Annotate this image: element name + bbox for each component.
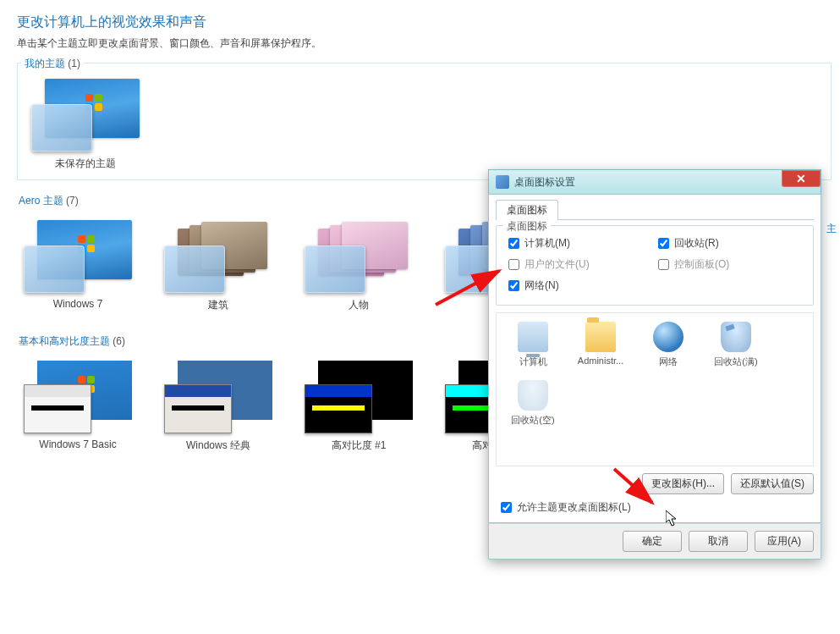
icon-recycle-full-label: 回收站(满) (714, 356, 757, 368)
change-icon-button[interactable]: 更改图标(H)... (642, 473, 724, 494)
icon-computer[interactable]: 计算机 (505, 322, 561, 368)
icon-network-label: 网络 (659, 356, 678, 368)
dialog-body: 桌面图标 桌面图标 计算机(M) 回收站(R) 用户的文件(U) (488, 194, 821, 523)
checkbox-controlpanel-label: 控制面板(O) (674, 257, 729, 272)
dialog-titlebar[interactable]: 桌面图标设置 ✕ (488, 169, 821, 194)
page-title: 更改计算机上的视觉效果和声音 (17, 14, 832, 31)
checkbox-network-label: 网络(N) (524, 278, 559, 293)
ok-button[interactable]: 确定 (623, 531, 682, 552)
theme-windows7-label: Windows 7 (53, 298, 103, 310)
recycle-bin-full-icon (721, 322, 751, 352)
group-my-themes-legend: 我的主题 (1) (21, 57, 84, 71)
theme-architecture-label: 建筑 (208, 298, 228, 312)
theme-architecture[interactable]: 建筑 (159, 220, 277, 312)
icon-action-buttons: 更改图标(H)... 还原默认值(S) (496, 473, 814, 494)
dialog-footer: 确定 取消 应用(A) (488, 523, 821, 560)
allow-themes-label: 允许主题更改桌面图标(L) (517, 500, 631, 515)
theme-unsaved-label: 未保存的主题 (55, 157, 116, 171)
theme-classic-thumb (164, 361, 272, 433)
checkbox-network-input[interactable] (508, 280, 519, 291)
checkbox-computer-label: 计算机(M) (524, 236, 570, 251)
cancel-button[interactable]: 取消 (689, 531, 748, 552)
theme-architecture-thumb (164, 220, 272, 293)
restore-defaults-button[interactable]: 还原默认值(S) (731, 473, 814, 494)
desktop-icons-legend: 桌面图标 (503, 219, 551, 234)
theme-unsaved-thumb (31, 79, 140, 152)
group-basic-count: (6) (113, 335, 125, 347)
theme-windows7[interactable]: Windows 7 (19, 220, 137, 312)
theme-hc1-thumb (305, 361, 413, 433)
checkbox-controlpanel-input[interactable] (658, 259, 669, 270)
checkbox-recycle-label: 回收站(R) (674, 236, 719, 251)
allow-themes-checkbox[interactable]: 允许主题更改桌面图标(L) (497, 499, 814, 515)
icon-preview-grid: 计算机 Administr... 网络 回收站(满) 回收站(空) (496, 312, 814, 466)
theme-classic-label: Windows 经典 (186, 438, 250, 453)
checkbox-computer-input[interactable] (508, 238, 519, 249)
theme-windows7-thumb (24, 220, 132, 293)
dialog-icon (496, 175, 509, 189)
group-basic-label: 基本和高对比度主题 (19, 335, 110, 347)
checkbox-userfiles-label: 用户的文件(U) (524, 257, 590, 272)
theme-hc1[interactable]: 高对比度 #1 (299, 361, 418, 453)
checkbox-computer[interactable]: 计算机(M) (505, 235, 655, 251)
theme-win7-basic-label: Windows 7 Basic (39, 438, 116, 450)
user-folder-icon (585, 322, 616, 352)
icon-admin[interactable]: Administr... (573, 322, 629, 368)
checkbox-controlpanel[interactable]: 控制面板(O) (655, 256, 804, 273)
group-my-themes-count: (1) (68, 58, 80, 69)
recycle-bin-empty-icon (518, 380, 548, 411)
page-subtitle: 单击某个主题立即更改桌面背景、窗口颜色、声音和屏幕保护程序。 (17, 36, 832, 51)
group-my-themes-label: 我的主题 (25, 58, 65, 69)
icon-recycle-full[interactable]: 回收站(满) (708, 322, 764, 368)
checkbox-userfiles-input[interactable] (508, 259, 519, 270)
checkbox-recycle-input[interactable] (658, 238, 669, 249)
theme-win7-basic[interactable]: Windows 7 Basic (19, 361, 137, 453)
computer-icon (518, 322, 548, 352)
theme-unsaved[interactable]: 未保存的主题 (26, 79, 145, 171)
truncated-link[interactable]: 主 (826, 222, 837, 236)
icon-computer-label: 计算机 (519, 356, 547, 368)
theme-classic[interactable]: Windows 经典 (159, 361, 277, 453)
dialog-title: 桌面图标设置 (514, 175, 575, 190)
close-button[interactable]: ✕ (782, 170, 821, 187)
icon-admin-label: Administr... (578, 356, 623, 366)
theme-people-label: 人物 (349, 298, 369, 312)
checkbox-network[interactable]: 网络(N) (505, 278, 655, 294)
theme-hc1-label: 高对比度 #1 (332, 438, 387, 453)
icon-recycle-empty-label: 回收站(空) (511, 414, 554, 427)
checkbox-userfiles[interactable]: 用户的文件(U) (505, 256, 655, 273)
group-aero-count: (7) (66, 195, 79, 207)
theme-people-thumb (305, 220, 413, 293)
icon-recycle-empty[interactable]: 回收站(空) (505, 380, 561, 427)
personalization-page: 更改计算机上的视觉效果和声音 单击某个主题立即更改桌面背景、窗口颜色、声音和屏幕… (0, 0, 840, 634)
theme-people[interactable]: 人物 (299, 220, 418, 312)
tab-desktop-icons[interactable]: 桌面图标 (496, 200, 558, 220)
group-aero-label: Aero 主题 (19, 195, 63, 207)
dialog-tabbar: 桌面图标 (496, 200, 814, 220)
icon-network[interactable]: 网络 (640, 322, 696, 368)
desktop-icons-checkbox-group: 桌面图标 计算机(M) 回收站(R) 用户的文件(U) (496, 225, 814, 306)
group-my-themes: 我的主题 (1) 未保存的主题 (17, 63, 832, 180)
checkbox-recycle[interactable]: 回收站(R) (655, 235, 804, 251)
close-icon: ✕ (796, 172, 806, 185)
network-icon (653, 322, 684, 352)
apply-button[interactable]: 应用(A) (755, 531, 814, 552)
theme-win7-basic-thumb (24, 361, 132, 433)
desktop-icon-settings-dialog: 桌面图标设置 ✕ 桌面图标 桌面图标 计算机(M) 回收站(R) (488, 169, 821, 560)
allow-themes-checkbox-input[interactable] (501, 502, 512, 513)
